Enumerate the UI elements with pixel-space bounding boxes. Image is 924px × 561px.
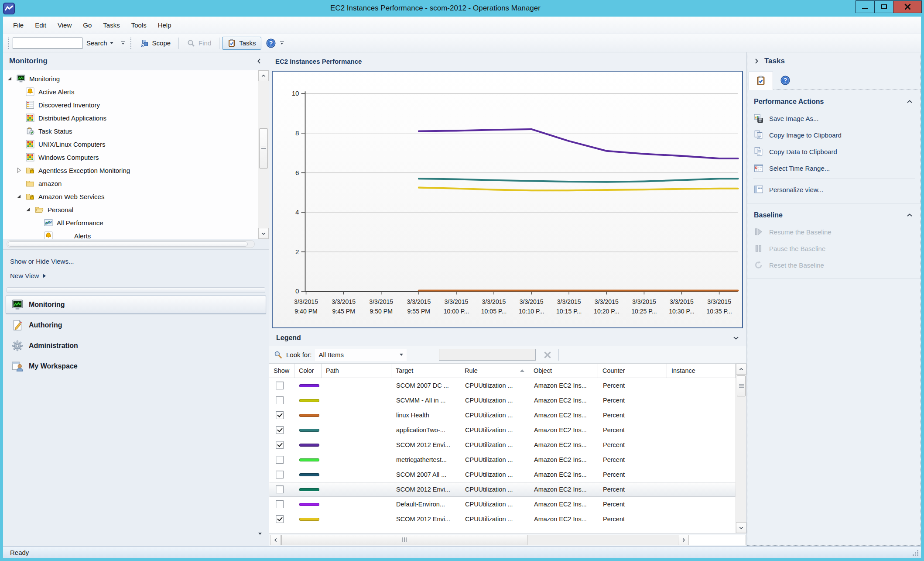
task-save-image-as[interactable]: Save Image As... (747, 110, 921, 127)
tree-expander-icon[interactable] (7, 76, 13, 82)
show-checkbox[interactable] (276, 485, 284, 493)
tree-item-task-status[interactable]: Task Status (3, 124, 258, 138)
tree-expander-icon[interactable] (16, 193, 22, 200)
section-header[interactable]: Performance Actions (747, 93, 921, 110)
scrollbar-thumb[interactable] (8, 241, 248, 247)
tree-expander-icon[interactable] (16, 167, 22, 173)
tasks-button[interactable]: Tasks (222, 37, 261, 50)
show-checkbox[interactable] (276, 396, 284, 404)
nav-authoring[interactable]: Authoring (6, 316, 266, 334)
column-header-path[interactable]: Path (322, 364, 391, 378)
show-checkbox[interactable] (276, 426, 284, 434)
column-header-show[interactable]: Show (269, 364, 294, 378)
menu-file[interactable]: File (7, 18, 29, 32)
menu-tasks[interactable]: Tasks (97, 18, 125, 32)
tree-item-discovered-inventory[interactable]: Discovered Inventory (3, 98, 258, 111)
scrollbar-track[interactable] (281, 535, 678, 545)
task-copy-image-to-clipboard[interactable]: Copy Image to Clipboard (747, 127, 921, 143)
nav-pane-splitter[interactable] (7, 287, 265, 293)
column-header-rule[interactable]: Rule (460, 364, 529, 378)
scroll-left-button[interactable] (270, 535, 281, 545)
legend-vertical-scrollbar[interactable] (736, 364, 746, 533)
column-header-counter[interactable]: Counter (598, 364, 667, 378)
show-checkbox[interactable] (276, 500, 284, 508)
scroll-right-button[interactable] (678, 535, 689, 545)
menu-edit[interactable]: Edit (29, 18, 52, 32)
legend-row[interactable]: metricgathertest...CPUUtilization ...Ama… (269, 452, 736, 467)
tree-item-active-alerts[interactable]: Active Alerts (3, 85, 258, 98)
minimize-button[interactable] (856, 0, 875, 13)
column-header-target[interactable]: Target (391, 364, 460, 378)
new-view-link[interactable]: New View (10, 268, 269, 283)
column-header-object[interactable]: Object (529, 364, 598, 378)
clear-search-icon[interactable] (543, 350, 552, 360)
tree-item-all-performance[interactable]: All Performance (3, 216, 258, 229)
task-personalize-view[interactable]: Personalize view... (747, 181, 921, 198)
look-for-filter-dropdown[interactable]: All Items (315, 349, 407, 361)
show-checkbox[interactable] (276, 411, 284, 419)
collapse-left-panel-button[interactable] (256, 58, 263, 65)
section-header[interactable]: Baseline (747, 206, 921, 224)
task-copy-data-to-clipboard[interactable]: Copy Data to Clipboard (747, 143, 921, 160)
search-input[interactable] (13, 38, 82, 49)
tree-item-alerts[interactable]: Alerts (3, 229, 258, 239)
legend-row[interactable]: SCOM 2012 Envi...CPUUtilization ...Amazo… (269, 512, 736, 527)
tree-item-amazon-web-services[interactable]: Amazon Web Services (3, 190, 258, 203)
tree-horizontal-scrollbar[interactable] (7, 240, 255, 248)
collapse-legend-icon[interactable] (732, 334, 739, 341)
show-checkbox[interactable] (276, 382, 284, 389)
close-button[interactable] (893, 0, 922, 13)
tree-item-unix-linux-computers[interactable]: UNIX/Linux Computers (3, 138, 258, 151)
tree-vertical-scrollbar[interactable] (258, 70, 269, 239)
toolbar-overflow-button[interactable] (121, 41, 125, 45)
show-checkbox[interactable] (276, 441, 284, 449)
tree-item-monitoring[interactable]: Monitoring (3, 72, 258, 85)
nav-my-workspace[interactable]: My Workspace (6, 357, 266, 375)
legend-horizontal-scrollbar[interactable] (269, 533, 746, 546)
scroll-down-button[interactable] (258, 228, 269, 239)
toolbar-grip[interactable] (130, 38, 132, 49)
menu-help[interactable]: Help (152, 18, 177, 32)
scroll-down-button[interactable] (736, 522, 746, 533)
menu-view[interactable]: View (52, 18, 77, 32)
legend-header[interactable]: Legend (269, 330, 746, 346)
legend-row[interactable]: SCOM 2012 Envi...CPUUtilization ...Amazo… (269, 437, 736, 452)
toolbar-grip[interactable] (8, 38, 10, 49)
scrollbar-thumb[interactable] (259, 128, 268, 169)
resize-grip[interactable] (911, 549, 919, 557)
menu-go[interactable]: Go (77, 18, 97, 32)
configure-buttons-icon[interactable] (258, 533, 262, 535)
legend-row[interactable]: SCVMM - All in ...CPUUtilization ...Amaz… (269, 393, 736, 408)
tree-expander-icon[interactable] (25, 207, 31, 213)
tree-item-agentless-exception-monitoring[interactable]: Agentless Exception Monitoring (3, 164, 258, 177)
tree-item-windows-computers[interactable]: Windows Computers (3, 151, 258, 164)
scrollbar-thumb[interactable] (737, 375, 746, 396)
legend-row[interactable]: SCOM 2007 All ...CPUUtilization ...Amazo… (269, 467, 736, 482)
toolbar-overflow-button[interactable] (280, 41, 284, 45)
show-checkbox[interactable] (276, 515, 284, 523)
legend-search-input[interactable] (439, 349, 536, 361)
legend-row[interactable]: Default-Environ...CPUUtilization ...Amaz… (269, 497, 736, 512)
legend-row[interactable]: SCOM 2007 DC ...CPUUtilization ...Amazon… (269, 378, 736, 393)
column-header-color[interactable]: Color (294, 364, 322, 378)
tree-item-distributed-applications[interactable]: Distributed Applications (3, 111, 258, 124)
scroll-up-button[interactable] (258, 70, 269, 81)
tree-item-personal[interactable]: Personal (3, 203, 258, 216)
tree-item-amazon[interactable]: amazon (3, 177, 258, 190)
help-icon[interactable]: ? (266, 38, 276, 48)
show-checkbox[interactable] (276, 471, 284, 478)
scrollbar-track[interactable] (258, 81, 269, 228)
menu-tools[interactable]: Tools (126, 18, 152, 32)
legend-row[interactable]: linux HealthCPUUtilization ...Amazon EC2… (269, 408, 736, 423)
scrollbar-thumb[interactable] (281, 535, 527, 545)
scope-button[interactable]: Scope (135, 37, 176, 50)
show-or-hide-views-link[interactable]: Show or Hide Views... (10, 254, 269, 268)
tab-tasks[interactable] (749, 72, 773, 90)
task-select-time-range[interactable]: Select Time Range... (747, 160, 921, 176)
maximize-button[interactable] (874, 0, 893, 13)
show-checkbox[interactable] (276, 456, 284, 464)
nav-administration[interactable]: Administration (6, 337, 266, 355)
nav-monitoring[interactable]: Monitoring (6, 296, 266, 314)
search-dropdown[interactable]: Search (82, 39, 117, 47)
scrollbar-track[interactable] (736, 375, 746, 522)
